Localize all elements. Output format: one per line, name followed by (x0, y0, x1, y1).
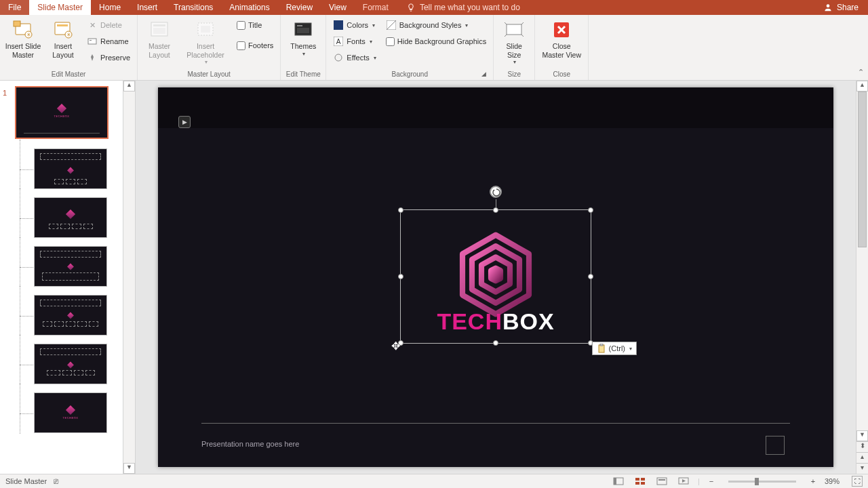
scroll-up-icon[interactable]: ▲ (856, 81, 868, 92)
svg-rect-24 (507, 24, 521, 35)
slide-number-placeholder[interactable] (766, 436, 785, 455)
resize-handle-n[interactable] (493, 207, 498, 213)
thumbnail-scrollbar[interactable]: ▲ ▼ (123, 81, 136, 474)
tab-file[interactable]: File (0, 0, 29, 15)
zoom-out-button[interactable]: − (707, 477, 716, 485)
next-slide-nav[interactable]: ▾ (856, 463, 868, 474)
close-master-view-button[interactable]: Close Master View (539, 18, 584, 69)
footer-placeholder[interactable]: Presentation name goes here (201, 440, 299, 448)
logo-text-b: BOX (502, 308, 555, 334)
prev-slide-nav[interactable]: ▴ (856, 452, 868, 463)
layout-thumbnail-6[interactable]: TECHBOX (34, 392, 107, 433)
preserve-button[interactable]: Preserve (84, 50, 133, 65)
canvas-scrollbar[interactable]: ▲ ▼ ⬍ ▴ ▾ (856, 81, 868, 474)
scroll-down-icon[interactable]: ▼ (123, 463, 135, 474)
svg-rect-29 (614, 478, 616, 485)
tab-insert[interactable]: Insert (129, 0, 165, 15)
layout-thumbnail-4[interactable] (34, 295, 107, 336)
svg-point-22 (335, 54, 342, 61)
tab-slide-master[interactable]: Slide Master (29, 0, 91, 15)
effects-button[interactable]: Effects▾ (330, 50, 378, 65)
rename-icon (87, 36, 98, 47)
zoom-slider[interactable] (728, 481, 796, 483)
resize-handle-s[interactable] (493, 340, 498, 346)
svg-rect-30 (635, 478, 639, 481)
layout-thumbnail-1[interactable] (34, 148, 107, 189)
scroll-track[interactable] (856, 92, 868, 430)
slide-canvas[interactable]: ▶ (158, 87, 833, 467)
layout-thumbnail-2[interactable] (34, 197, 107, 238)
tab-format[interactable]: Format (355, 0, 397, 15)
resize-handle-e[interactable] (588, 274, 593, 279)
colors-label: Colors (347, 21, 368, 29)
slide-size-button[interactable]: Slide Size ▾ (498, 18, 530, 69)
themes-button[interactable]: Themes ▾ (285, 18, 321, 69)
scroll-thumb[interactable] (858, 92, 867, 247)
close-master-view-label: Close Master View (542, 42, 581, 59)
tab-view[interactable]: View (321, 0, 355, 15)
normal-view-button[interactable] (611, 476, 626, 487)
resize-handle-ne[interactable] (588, 207, 593, 213)
delete-button[interactable]: ✕ Delete (84, 18, 133, 33)
animation-play-button[interactable]: ▶ (178, 116, 191, 128)
rename-button[interactable]: Rename (84, 34, 133, 49)
reading-view-button[interactable] (654, 476, 669, 487)
master-layout-button[interactable]: Master Layout (142, 18, 177, 69)
group-background: Colors▾ A Fonts▾ Effects▾ Background Sty… (326, 15, 494, 80)
effects-label: Effects (347, 54, 369, 62)
resize-handle-nw[interactable] (398, 207, 403, 213)
mini-logo-text: TECHBOX (54, 115, 70, 118)
selected-object[interactable]: TECHBOX ✥ (Ctrl) ▾ (400, 209, 591, 344)
scroll-down-icon[interactable]: ▼ (856, 430, 868, 441)
prev-slide-button[interactable]: ⬍ (856, 441, 868, 452)
tab-animations[interactable]: Animations (221, 0, 277, 15)
insert-layout-label: Insert Layout (52, 42, 74, 59)
title-checkbox[interactable]: Title (234, 18, 276, 33)
colors-button[interactable]: Colors▾ (330, 18, 378, 33)
logo-text-a: TECH (437, 308, 502, 334)
background-styles-label: Background Styles (399, 21, 462, 29)
collapse-ribbon-button[interactable]: ⌃ (858, 68, 864, 77)
title-checkbox-input[interactable] (237, 21, 245, 30)
scroll-up-icon[interactable]: ▲ (123, 81, 135, 92)
themes-icon (292, 19, 314, 41)
sorter-view-button[interactable] (633, 476, 648, 487)
accessibility-icon[interactable]: ⎚ (54, 476, 58, 486)
tab-transitions[interactable]: Transitions (165, 0, 221, 15)
svg-text:✳: ✳ (66, 32, 71, 38)
fonts-button[interactable]: A Fonts▾ (330, 34, 378, 49)
insert-placeholder-icon (195, 19, 216, 41)
chevron-down-icon: ▾ (629, 346, 632, 352)
insert-placeholder-button[interactable]: Insert Placeholder ▾ (181, 18, 230, 69)
svg-rect-35 (658, 479, 665, 481)
tell-me-search[interactable]: Tell me what you want to do (397, 0, 814, 15)
hide-background-input[interactable] (386, 37, 395, 46)
master-thumbnail[interactable]: 1 TECHBOX (4, 86, 119, 139)
move-cursor-icon: ✥ (391, 340, 400, 352)
rotation-handle[interactable] (490, 186, 502, 198)
insert-layout-button[interactable]: ✳ Insert Layout (46, 18, 80, 69)
svg-point-0 (827, 4, 830, 7)
insert-slide-master-button[interactable]: ✳ Insert Slide Master (4, 18, 42, 69)
lightbulb-icon (406, 3, 416, 12)
background-styles-button[interactable]: Background Styles▾ (383, 18, 489, 33)
fit-to-window-button[interactable]: ⛶ (852, 476, 863, 487)
group-label-edit-master: Edit Master (4, 69, 133, 80)
footers-checkbox[interactable]: Footers (234, 38, 276, 53)
hide-background-checkbox[interactable]: Hide Background Graphics (383, 34, 489, 49)
layout-thumbnail-3[interactable] (34, 246, 107, 287)
dialog-launcher-icon[interactable]: ◢ (481, 70, 486, 77)
insert-placeholder-label: Insert Placeholder (186, 42, 224, 59)
slideshow-view-button[interactable] (676, 476, 691, 487)
tab-review[interactable]: Review (278, 0, 321, 15)
tab-home[interactable]: Home (91, 0, 129, 15)
slide-top-band (158, 87, 833, 128)
master-layout-icon (149, 19, 170, 41)
footers-checkbox-input[interactable] (237, 41, 245, 50)
resize-handle-w[interactable] (398, 274, 403, 279)
share-label: Share (837, 3, 859, 12)
share-button[interactable]: Share (814, 0, 868, 15)
zoom-in-button[interactable]: + (808, 477, 818, 485)
paste-options-flyout[interactable]: (Ctrl) ▾ (592, 342, 637, 355)
layout-thumbnail-5[interactable] (34, 344, 107, 384)
